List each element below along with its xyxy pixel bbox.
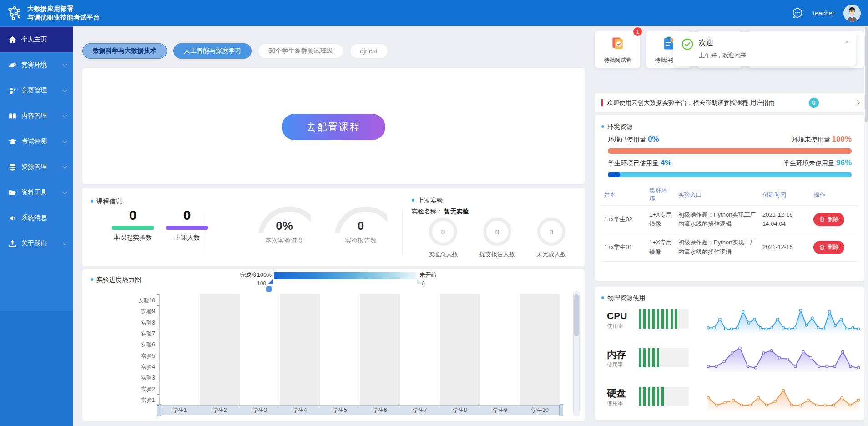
cpu-gauge [639,309,689,329]
pending-exam-papers-card[interactable]: 待批阅试卷 1 [595,31,640,68]
heatmap-y-label: 实验7 [82,330,155,338]
sidebar-item-label: 个人主页 [21,36,47,44]
legend-handle-left[interactable] [268,279,273,284]
physical-title: 物理资源使用 [601,294,646,302]
resource-sub: 使用率 [607,400,623,407]
axis-tick [360,405,360,408]
sidebar-item-competition-management[interactable]: 竞赛管理 [0,78,73,103]
chevron-down-icon [63,164,67,169]
memory-row: 内存 使用率 [595,347,864,379]
cpu-row: CPU 使用率 [595,309,864,340]
heatmap-card: 实验进度热力图 完成度100% 100 未开始 0 学生1学生2学生3学生4学生… [82,269,585,421]
column-header: 集群环境 [646,184,676,206]
heatmap-y-label: 实验10 [82,297,155,304]
sidebar-item-content-management[interactable]: 内容管理 [0,103,73,129]
heatmap-legend-gradient[interactable] [274,272,417,279]
heatmap-column [400,294,440,405]
avatar[interactable] [843,5,861,22]
heatmap-plot [159,294,560,405]
course-config-card: 去配置课程 [82,68,585,184]
chevron-down-icon [63,190,67,194]
column-header: 姓名 [601,184,646,206]
heatmap-y-label: 实验2 [82,385,155,393]
tab-class-3[interactable]: qjrtest [350,43,388,59]
heatmap-column [200,294,240,405]
sidebar-item-competition-environment[interactable]: 竞赛环境 [0,52,73,78]
toast-message: 上午好，欢迎回来 [699,51,746,60]
gauge-value: 0% [258,219,311,233]
heatmap-column [360,294,400,405]
cell-entry[interactable]: 初级操作题：Python实现工厂的流水线的操作逻辑 [676,206,760,233]
delete-button[interactable]: 删除 [813,241,844,254]
axis-tick [240,405,240,408]
home-icon [8,36,16,44]
axis-tick [157,339,159,339]
sidebar-item-data-tools[interactable]: 资料工具 [0,180,73,205]
heatmap-y-scrollbar-thumb[interactable] [574,294,579,336]
student-env-usage-bar [608,172,852,178]
cell-entry[interactable]: 初级操作题：Python实现工厂的流水线的操作逻辑 [676,233,760,261]
legend-max-value: 100 [219,280,266,287]
chevron-right-icon[interactable] [854,100,859,105]
resource-sub: 使用率 [607,361,623,369]
circle-total-students: 0 实验总人数 [418,218,468,259]
table-row: 1+x学生021+X专用镜像初级操作题：Python实现工厂的流水线的操作逻辑2… [601,206,858,233]
top-header: 大数据应用部署 与调优职业技能考试平台 teacher [0,0,868,26]
platform-title-line1: 大数据应用部署 [27,5,100,13]
chevron-down-icon [63,139,67,143]
sidebar-item-label: 考试评测 [21,137,47,146]
sidebar-item-about-us[interactable]: 关于我们 [0,231,73,256]
axis-tick [157,361,159,361]
legend-max-label: 完成度100% [219,271,272,279]
chevron-down-icon [63,113,67,118]
page-scrollbar[interactable] [864,26,868,426]
last-experiment-title: 上次实验 [412,197,443,205]
book-icon [8,112,16,120]
gauge-value: 0 [334,219,387,233]
sidebar-item-resource-management[interactable]: 资源管理 [0,154,73,180]
tab-class-0[interactable]: 数据科学与大数据技术 [82,43,167,59]
cell-name: 1+x学生02 [601,206,646,233]
main-content: 数据科学与大数据技术人工智能与深度学习50个学生集群测试班级qjrtest 去配… [82,43,585,426]
gauge-arc: 0% [258,207,311,233]
megaphone-icon [8,214,16,222]
cell-env: 1+X专用镜像 [646,233,676,261]
course-info-title: 课程信息 [91,198,122,206]
messages-icon[interactable] [791,7,804,20]
tab-class-2[interactable]: 50个学生集群测试班级 [258,43,343,59]
configure-course-button[interactable]: 去配置课程 [282,114,385,140]
ring: 0 [429,218,457,246]
close-icon[interactable]: × [845,38,849,46]
gauge-arc: 0 [334,207,387,233]
last-experiment-name: 实验名称： 暂无实验 [412,208,469,216]
column-header: 实验入口 [676,184,760,206]
datazoom-reset-icon[interactable] [266,286,272,292]
bullet-icon [91,200,93,203]
heatmap-y-label: 实验8 [82,319,155,327]
username[interactable]: teacher [813,10,834,17]
right-column: 待批阅试卷 1 待批注报告 [595,31,864,426]
tab-class-1[interactable]: 人工智能与深度学习 [173,43,252,59]
sidebar-item-exam-evaluation[interactable]: 考试评测 [0,129,73,154]
env-used-segment [608,172,620,178]
cpu-sparkline [706,306,861,335]
platform-logo-icon [6,5,23,21]
heatmap-column [240,294,280,405]
page-scrollbar-thumb[interactable] [865,27,868,122]
disk-gauge [639,387,689,406]
delete-button[interactable]: 删除 [813,213,844,226]
axis-tick [157,317,159,317]
stat-experiment-count: 0 本课程实验数 [111,208,155,242]
stat-underline [166,226,208,230]
toast-title: 欢迎 [699,38,713,48]
notice-bar[interactable]: 欢迎使用云创大数据实验平台，相关帮助请参照课程-用户指南 0 [595,93,864,112]
datazoom-handle-left[interactable] [157,404,161,416]
env-usage-bar [608,148,852,154]
sidebar-item-system-messages[interactable]: 系统消息 [0,205,73,231]
axis-tick [480,405,480,408]
quick-card-label: 待批阅试卷 [604,56,631,64]
sidebar-item-personal-home[interactable]: 个人主页 [0,27,73,52]
heatmap-x-scrollbar[interactable]: 学生1学生2学生3学生4学生5学生6学生7学生8学生9学生10 [159,405,560,415]
datazoom-handle-right[interactable] [559,404,563,416]
badge-count: 1 [633,27,642,36]
